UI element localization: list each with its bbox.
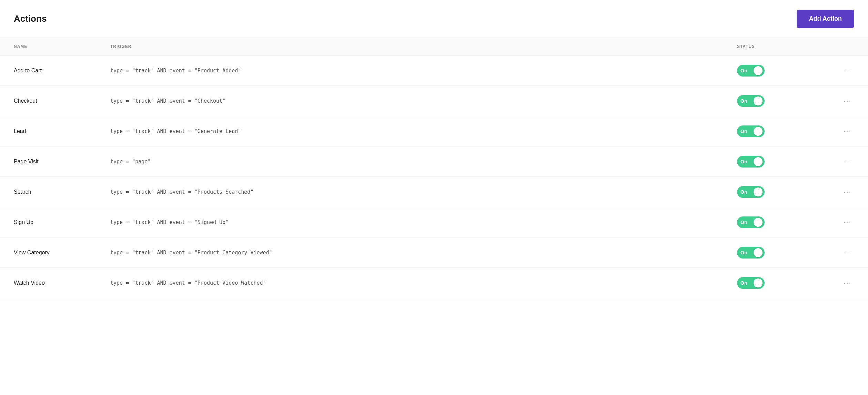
table-row: Watch Video type = "track" AND event = "…: [0, 268, 868, 298]
toggle-label: On: [740, 98, 747, 104]
action-more-cell: ···: [834, 125, 854, 137]
table-row: Sign Up type = "track" AND event = "Sign…: [0, 207, 868, 237]
action-trigger: type = "page": [110, 159, 737, 165]
col-header-status: STATUS: [737, 44, 834, 49]
action-name: Watch Video: [14, 280, 110, 286]
action-more-cell: ···: [834, 277, 854, 289]
action-trigger: type = "track" AND event = "Products Sea…: [110, 189, 737, 195]
toggle-label: On: [740, 250, 747, 255]
toggle-label: On: [740, 189, 747, 195]
table-row: Add to Cart type = "track" AND event = "…: [0, 55, 868, 86]
more-options-button[interactable]: ···: [841, 155, 854, 168]
actions-table: NAME TRIGGER STATUS Add to Cart type = "…: [0, 38, 868, 298]
action-more-cell: ···: [834, 64, 854, 77]
toggle-label: On: [740, 280, 747, 286]
action-name: Add to Cart: [14, 68, 110, 74]
action-status-cell: On: [737, 65, 834, 77]
table-row: Lead type = "track" AND event = "Generat…: [0, 116, 868, 146]
action-trigger: type = "track" AND event = "Signed Up": [110, 219, 737, 225]
toggle-knob: [754, 66, 763, 75]
toggle-label: On: [740, 159, 747, 164]
action-trigger: type = "track" AND event = "Checkout": [110, 98, 737, 104]
table-header-row: NAME TRIGGER STATUS: [0, 38, 868, 55]
table-row: View Category type = "track" AND event =…: [0, 237, 868, 268]
toggle-label: On: [740, 129, 747, 134]
action-status-cell: On: [737, 95, 834, 107]
toggle-knob: [754, 278, 763, 287]
action-status-cell: On: [737, 277, 834, 289]
table-body: Add to Cart type = "track" AND event = "…: [0, 55, 868, 298]
action-status-cell: On: [737, 216, 834, 228]
more-options-button[interactable]: ···: [841, 277, 854, 289]
status-toggle[interactable]: On: [737, 125, 765, 137]
page-container: Actions Add Action NAME TRIGGER STATUS A…: [0, 0, 868, 395]
toggle-knob: [754, 157, 763, 166]
action-name: Lead: [14, 128, 110, 134]
action-status-cell: On: [737, 247, 834, 259]
action-more-cell: ···: [834, 246, 854, 259]
status-toggle[interactable]: On: [737, 186, 765, 198]
more-options-button[interactable]: ···: [841, 95, 854, 107]
action-status-cell: On: [737, 156, 834, 168]
more-options-button[interactable]: ···: [841, 186, 854, 198]
action-trigger: type = "track" AND event = "Generate Lea…: [110, 128, 737, 134]
table-row: Search type = "track" AND event = "Produ…: [0, 177, 868, 207]
toggle-knob: [754, 218, 763, 227]
col-header-name: NAME: [14, 44, 110, 49]
table-row: Checkout type = "track" AND event = "Che…: [0, 86, 868, 116]
toggle-label: On: [740, 68, 747, 73]
more-options-button[interactable]: ···: [841, 64, 854, 77]
action-trigger: type = "track" AND event = "Product Cate…: [110, 250, 737, 256]
action-status-cell: On: [737, 186, 834, 198]
action-name: Search: [14, 189, 110, 195]
action-more-cell: ···: [834, 186, 854, 198]
more-options-button[interactable]: ···: [841, 216, 854, 228]
more-options-button[interactable]: ···: [841, 246, 854, 259]
status-toggle[interactable]: On: [737, 95, 765, 107]
col-header-trigger: TRIGGER: [110, 44, 737, 49]
toggle-label: On: [740, 220, 747, 225]
toggle-knob: [754, 188, 763, 196]
action-trigger: type = "track" AND event = "Product Adde…: [110, 68, 737, 74]
action-more-cell: ···: [834, 216, 854, 228]
action-status-cell: On: [737, 125, 834, 137]
table-row: Page Visit type = "page" On ···: [0, 146, 868, 177]
status-toggle[interactable]: On: [737, 247, 765, 259]
toggle-knob: [754, 127, 763, 136]
action-more-cell: ···: [834, 95, 854, 107]
status-toggle[interactable]: On: [737, 216, 765, 228]
add-action-button[interactable]: Add Action: [797, 10, 854, 28]
action-name: Sign Up: [14, 219, 110, 225]
col-header-actions: [834, 44, 854, 49]
action-name: Checkout: [14, 98, 110, 104]
page-title: Actions: [14, 13, 47, 24]
page-header: Actions Add Action: [0, 0, 868, 38]
action-name: View Category: [14, 250, 110, 256]
toggle-knob: [754, 97, 763, 105]
status-toggle[interactable]: On: [737, 65, 765, 77]
status-toggle[interactable]: On: [737, 277, 765, 289]
action-name: Page Visit: [14, 159, 110, 165]
status-toggle[interactable]: On: [737, 156, 765, 168]
toggle-knob: [754, 248, 763, 257]
action-trigger: type = "track" AND event = "Product Vide…: [110, 280, 737, 286]
more-options-button[interactable]: ···: [841, 125, 854, 137]
action-more-cell: ···: [834, 155, 854, 168]
